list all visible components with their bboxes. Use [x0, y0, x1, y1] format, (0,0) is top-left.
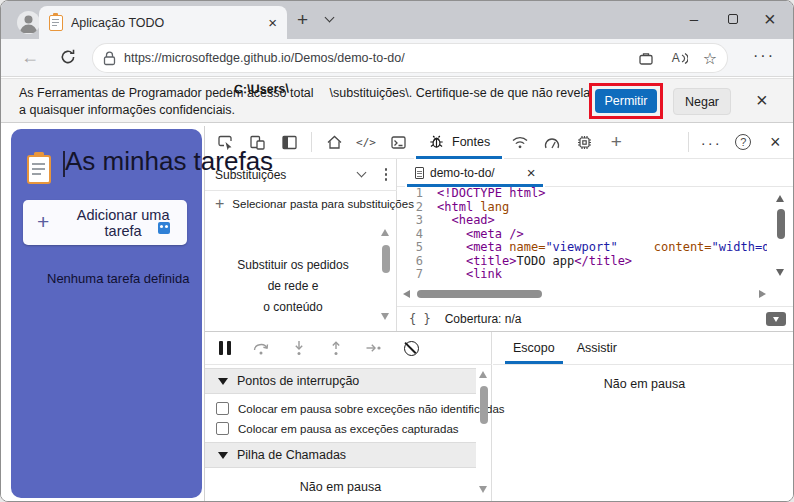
empty-state-text: Nenhuma tarefa definida — [47, 271, 189, 286]
tab-sources-label: Fontes — [452, 135, 490, 149]
allow-button[interactable]: Permitir — [595, 89, 657, 113]
step-out-icon[interactable] — [328, 340, 344, 356]
window-maximize-icon[interactable] — [728, 14, 738, 24]
new-tab-icon[interactable]: + — [297, 9, 308, 31]
debugger-right-pane: Escopo Assistir Não em pausa — [493, 332, 794, 502]
tab-sources[interactable]: Fontes — [414, 126, 504, 159]
tab-watch[interactable]: Assistir — [567, 331, 627, 364]
devtools-toolbar: </> Fontes — [205, 126, 794, 159]
code-line: 2<html lang — [397, 201, 767, 215]
network-conditions-icon[interactable] — [504, 127, 536, 157]
code-view[interactable]: 1<!DOCTYPE html>2<html lang3 <head>4 <me… — [397, 187, 767, 299]
tab-scope[interactable]: Escopo — [503, 331, 565, 364]
add-task-button[interactable]: + Adicionar uma tarefa — [23, 200, 187, 245]
callstack-section-header[interactable]: Pilha de Chamadas — [205, 442, 476, 468]
pretty-print-icon[interactable]: { } — [409, 312, 431, 326]
favorites-star-icon[interactable]: ☆ — [703, 49, 717, 68]
sources-navigator-pane: Substituições + Selecionar pasta para su… — [205, 159, 397, 331]
code-line: 4 <meta /> — [397, 228, 767, 242]
code-editor-pane: demo-to-do/ × 1<!DOCTYPE html>2<html lan… — [397, 159, 794, 331]
dock-side-icon[interactable] — [273, 127, 305, 157]
window-minimize-icon[interactable]: – — [687, 12, 701, 26]
step-into-icon[interactable] — [291, 340, 307, 356]
debugger-scrollbar[interactable] — [476, 368, 492, 502]
more-options-icon[interactable]: ··· — [695, 127, 727, 157]
checkbox-unchecked[interactable] — [216, 402, 229, 415]
editor-hscrollbar[interactable] — [401, 287, 769, 301]
console-tool-icon[interactable] — [382, 127, 414, 157]
kebab-menu-icon[interactable] — [385, 168, 388, 181]
address-bar[interactable]: https://microsoftedge.github.io/Demos/de… — [93, 44, 727, 72]
tab-list-chevron-icon[interactable] — [325, 13, 335, 23]
back-icon[interactable]: ← — [21, 47, 39, 68]
elements-tool-icon[interactable]: </> — [350, 127, 382, 157]
checkbox-unchecked[interactable] — [216, 422, 229, 435]
lock-icon — [103, 51, 116, 66]
code-line: 1<!DOCTYPE html> — [397, 187, 767, 201]
memory-icon[interactable] — [568, 127, 600, 157]
device-emulation-icon[interactable] — [241, 127, 273, 157]
editor-status-bar: { } Cobertura: n/a — [397, 306, 794, 331]
add-tool-icon[interactable]: + — [600, 127, 632, 157]
code-line: 3 <head> — [397, 214, 767, 228]
pause-uncaught-exceptions-row[interactable]: Colocar em pausa sobre exceções não iden… — [216, 402, 505, 415]
todo-sidebar: + Adicionar uma tarefa Nenhuma tarefa de… — [11, 129, 202, 498]
banner-message-line2: a quaisquer informações confidenciais. — [19, 102, 235, 119]
navigation-toolbar: ← https://microsoftedge.github.io/Demos/… — [1, 39, 794, 77]
devtools-permission-banner: As Ferramentas de Programador pedem aces… — [1, 78, 794, 123]
deactivate-breakpoints-icon[interactable] — [404, 341, 419, 356]
navigator-dropdown[interactable]: Substituições — [205, 159, 397, 191]
coverage-status: Cobertura: n/a — [445, 312, 522, 326]
toolbar-divider — [311, 132, 312, 152]
bug-icon — [428, 134, 445, 150]
tab-title: Aplicação TODO — [71, 16, 268, 30]
collapse-triangle-icon — [218, 452, 228, 459]
deny-button[interactable]: Negar — [673, 88, 731, 115]
performance-icon[interactable] — [536, 127, 568, 157]
read-aloud-icon[interactable]: A — [672, 51, 688, 65]
help-icon[interactable]: ? — [727, 127, 759, 157]
scope-status: Não em pausa — [493, 377, 794, 391]
todo-favicon-icon — [49, 15, 63, 31]
devtools-close-icon[interactable]: × — [759, 127, 791, 157]
navigator-scrollbar[interactable] — [379, 225, 393, 325]
debugger-controls — [205, 332, 492, 365]
file-tab-demo-to-do[interactable]: demo-to-do/ × — [405, 159, 545, 187]
file-tab-label: demo-to-do/ — [430, 166, 495, 180]
file-tab-close-icon[interactable]: × — [527, 164, 536, 182]
banner-close-icon[interactable]: × — [756, 91, 768, 109]
debugger-section: Pontos de interrupção Colocar em pausa s… — [205, 331, 794, 502]
code-line: 5 <meta name="viewport" content="width=d… — [397, 241, 767, 255]
refresh-icon[interactable] — [59, 48, 77, 66]
plus-icon: + — [37, 210, 49, 234]
browser-tab[interactable]: Aplicação TODO × — [39, 6, 287, 39]
clipboard-icon — [27, 155, 51, 184]
step-over-icon[interactable] — [252, 340, 270, 356]
download-overrides-icon[interactable] — [766, 312, 786, 326]
profile-avatar[interactable] — [17, 11, 40, 34]
banner-message-line1: As Ferramentas de Programador pedem aces… — [19, 85, 590, 102]
work-profile-icon[interactable] — [638, 51, 654, 66]
debugger-left-pane: Pontos de interrupção Colocar em pausa s… — [205, 332, 492, 502]
select-overrides-folder[interactable]: + Selecionar pasta para substituições — [205, 191, 397, 217]
home-icon[interactable] — [318, 127, 350, 157]
callstack-status: Não em pausa — [205, 480, 476, 494]
tab-close-icon[interactable]: × — [268, 14, 277, 32]
url-text[interactable]: https://microsoftedge.github.io/Demos/de… — [124, 51, 629, 65]
editor-vscrollbar[interactable] — [773, 191, 789, 299]
window-close-icon[interactable]: × — [764, 10, 776, 28]
overrides-hint-text: Substituir os pedidos de rede e o conteú… — [209, 255, 377, 318]
step-icon[interactable] — [365, 340, 383, 356]
file-icon — [415, 167, 424, 179]
code-line: 7 <link — [397, 268, 767, 282]
annotation-highlight-box: Permitir — [589, 83, 663, 119]
breakpoints-section-header[interactable]: Pontos de interrupção — [205, 368, 476, 394]
select-folder-label: Selecionar pasta para substituições — [232, 198, 414, 210]
toolbar-divider — [688, 132, 689, 152]
pause-caught-exceptions-row[interactable]: Colocar em pausa as exceções capturadas — [216, 422, 459, 435]
person-icon — [17, 11, 40, 34]
inspect-icon[interactable] — [209, 127, 241, 157]
text-caret-artifact — [63, 151, 65, 177]
pause-icon[interactable] — [219, 341, 231, 355]
settings-more-icon[interactable]: ··· — [753, 47, 775, 65]
